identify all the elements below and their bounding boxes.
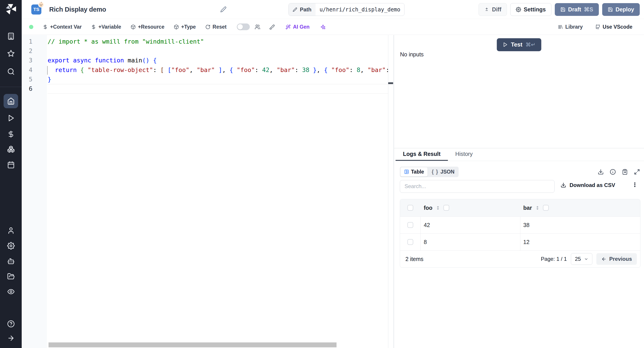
run-result-panel: Test ⌘↵ No inputs Logs & Result History … [394, 35, 644, 348]
play-icon [503, 42, 508, 47]
path-label-segment: Path [289, 3, 316, 16]
reset-label: Reset [213, 24, 227, 30]
eye-icon [7, 288, 15, 296]
use-vscode-button[interactable]: Use VScode [595, 24, 632, 30]
page-indicator: Page: 1 / 1 [541, 256, 567, 262]
path-selector[interactable]: Path u/henri/rich_display_demo [288, 3, 404, 16]
diff-button[interactable]: Diff [478, 3, 507, 16]
search-input[interactable] [400, 180, 554, 193]
view-json-button[interactable]: { } JSON [428, 167, 458, 176]
sidebar-item-help[interactable] [4, 317, 18, 331]
settings-label: Settings [524, 6, 546, 13]
deploy-button[interactable]: Deploy [602, 3, 640, 16]
sidebar-item-home[interactable] [4, 94, 18, 108]
chevron-down-icon [584, 257, 588, 261]
add-variable-button[interactable]: +Variable [91, 24, 121, 30]
sidebar-item-audit-logs[interactable] [4, 284, 18, 299]
cell-bar: 38 [523, 222, 530, 228]
dollar-icon [43, 24, 48, 30]
code-line[interactable]: 1// import * as wmill from "windmill-cli… [22, 37, 394, 46]
row-checkbox[interactable] [408, 222, 413, 228]
save-icon [608, 7, 613, 12]
reset-button[interactable]: Reset [205, 24, 227, 30]
test-button[interactable]: Test ⌘↵ [497, 38, 541, 51]
windmill-logo-icon[interactable] [5, 3, 17, 15]
sidebar-item-schedules[interactable] [4, 158, 18, 172]
select-all-checkbox[interactable] [408, 205, 413, 211]
path-label: Path [300, 6, 312, 13]
edit-summary-button[interactable] [220, 6, 226, 12]
sidebar-item-resources[interactable] [4, 142, 18, 156]
column-header-bar: bar [523, 205, 532, 211]
previous-page-button[interactable]: Previous [596, 253, 637, 265]
sidebar-item-search[interactable] [4, 64, 18, 79]
library-button[interactable]: Library [558, 24, 583, 30]
table-menu-button[interactable] [632, 181, 638, 190]
toggle-switch[interactable] [237, 24, 250, 30]
code-line[interactable]: 6 [22, 84, 394, 94]
library-label: Library [565, 24, 583, 30]
sidebar-item-favorites[interactable] [4, 46, 18, 60]
sidebar-item-settings[interactable] [4, 239, 18, 253]
cell-foo: 8 [424, 239, 427, 245]
search-icon [7, 68, 15, 75]
refresh-icon [205, 24, 210, 30]
test-shortcut: ⌘↵ [526, 42, 535, 48]
users-icon-button[interactable] [255, 24, 260, 30]
table-row[interactable]: 812 [400, 234, 640, 250]
no-inputs-text: No inputs [400, 51, 424, 58]
sidebar-expand-button[interactable] [4, 331, 18, 345]
ai-sparkles-button[interactable] [320, 24, 326, 30]
download-result-button[interactable] [598, 169, 604, 175]
sidebar-item-runs[interactable] [4, 111, 18, 125]
code-line[interactable]: 5} [22, 75, 394, 84]
ai-gen-button[interactable]: AI Gen [286, 24, 310, 30]
code-line[interactable]: 4 return { "table-row-object": [ ["foo",… [22, 65, 394, 75]
sidebar-item-workers[interactable] [4, 254, 18, 268]
code-line[interactable]: 3export async function main() { [22, 56, 394, 65]
code-editor[interactable]: 1// import * as wmill from "windmill-cli… [22, 35, 394, 348]
page-size-select[interactable]: 25 [571, 253, 592, 265]
tab-logs-result[interactable]: Logs & Result [396, 148, 448, 161]
expand-result-button[interactable] [634, 169, 640, 175]
format-code-button[interactable] [269, 24, 275, 30]
lang-badge-label: TS [33, 7, 39, 12]
code-line[interactable]: 2 [22, 46, 394, 56]
column-toggle-checkbox[interactable] [444, 205, 449, 211]
tab-history[interactable]: History [448, 148, 480, 161]
download-csv-button[interactable]: Download as CSV [560, 182, 615, 188]
add-type-button[interactable]: +Type [174, 24, 196, 30]
add-context-var-button[interactable]: +Context Var [43, 24, 82, 30]
column-toggle-checkbox[interactable] [543, 205, 549, 211]
result-view-toggle: Table { } JSON [400, 166, 459, 177]
top-header: TS Rich Display demo Path u/henri/rich_d… [22, 0, 644, 19]
sidebar-item-users[interactable] [4, 224, 18, 238]
settings-button[interactable]: Settings [510, 3, 552, 16]
horizontal-scrollbar[interactable] [48, 342, 336, 347]
path-value: u/henri/rich_display_demo [316, 3, 404, 16]
user-icon [7, 227, 15, 234]
editor-toolbar: +Context Var +Variable +Resource +Type R… [22, 19, 644, 35]
dollar-icon [7, 130, 15, 138]
row-checkbox[interactable] [408, 239, 413, 245]
sidebar-item-workspace[interactable] [4, 29, 18, 44]
download-icon [598, 169, 604, 175]
add-resource-button[interactable]: +Resource [130, 24, 164, 30]
sort-icon[interactable] [535, 206, 540, 210]
result-info-button[interactable] [610, 169, 616, 175]
sort-icon[interactable] [436, 206, 440, 210]
arrow-left-icon [601, 256, 606, 262]
cell-foo: 42 [424, 222, 430, 228]
status-dot [29, 25, 33, 29]
add-context-var-label: +Context Var [50, 24, 82, 30]
sidebar-item-folders[interactable] [4, 269, 18, 284]
sidebar-item-variables[interactable] [4, 127, 18, 141]
view-table-button[interactable]: Table [400, 167, 428, 176]
copy-result-button[interactable] [622, 169, 628, 175]
pencil-icon [293, 8, 297, 12]
draft-button[interactable]: Draft ⌘S [555, 3, 599, 16]
calendar-icon [7, 161, 15, 169]
table-row[interactable]: 4238 [400, 216, 640, 234]
save-icon [560, 7, 566, 12]
line-number: 4 [22, 65, 32, 75]
